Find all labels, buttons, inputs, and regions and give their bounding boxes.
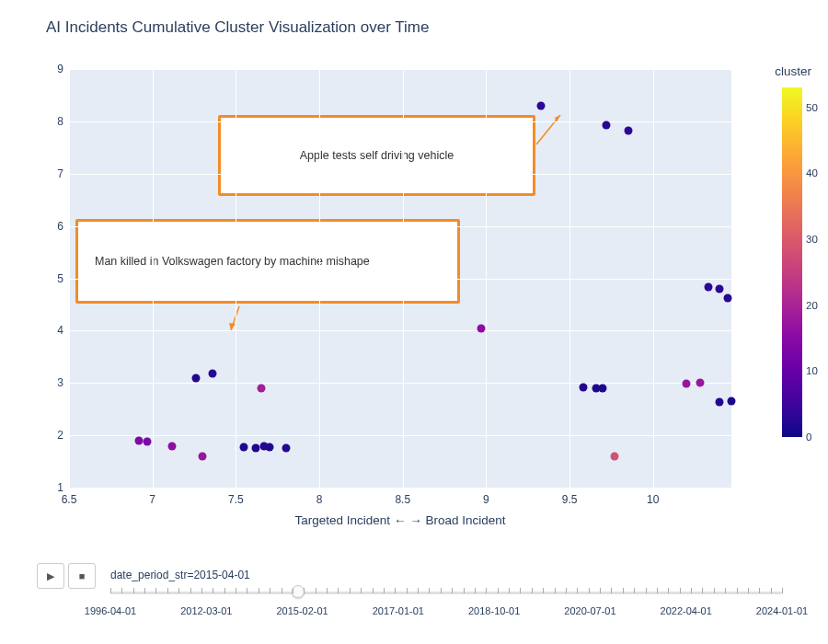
data-point[interactable] xyxy=(265,443,273,451)
slider-tick xyxy=(702,588,703,593)
slider-tick xyxy=(646,588,647,593)
animation-controls: ▶ ■ xyxy=(37,563,96,589)
slider-tick xyxy=(555,588,556,593)
time-slider[interactable]: date_period_str=2015-04-01 1996-04-01201… xyxy=(110,569,782,598)
grid-line-h xyxy=(69,226,731,227)
slider-tick xyxy=(144,588,145,593)
slider-tick xyxy=(236,588,236,593)
slider-tick xyxy=(293,588,293,593)
annotation-box-1: Apple tests self driving vehicle xyxy=(218,115,535,196)
data-point[interactable] xyxy=(602,121,610,129)
slider-tick xyxy=(543,588,544,593)
slider-tick xyxy=(338,588,339,593)
data-point[interactable] xyxy=(716,398,724,407)
slider-tick xyxy=(725,588,726,593)
y-tick: 5 xyxy=(57,272,63,285)
colorbar: 01020304050 xyxy=(782,87,802,437)
x-tick: 7.5 xyxy=(228,493,244,506)
colorbar-tick: 10 xyxy=(806,365,818,376)
slider-tick xyxy=(316,588,316,593)
slider-tick xyxy=(407,588,408,593)
play-button[interactable]: ▶ xyxy=(37,563,64,589)
x-tick: 10 xyxy=(647,493,659,506)
data-point[interactable] xyxy=(477,324,485,332)
slider-tick xyxy=(452,588,453,593)
x-tick: 8.5 xyxy=(395,493,410,506)
colorbar-tick: 0 xyxy=(806,431,811,443)
slider-date-label: 2022-04-01 xyxy=(661,605,712,616)
slider-tick xyxy=(486,588,487,593)
slider-date-label: 2018-10-01 xyxy=(468,605,520,616)
data-point[interactable] xyxy=(144,437,152,445)
grid-line-h xyxy=(69,174,731,175)
slider-date-label: 2017-01-01 xyxy=(373,605,424,616)
data-point[interactable] xyxy=(282,444,290,453)
slider-date-label: 2012-03-01 xyxy=(180,605,232,616)
data-point[interactable] xyxy=(537,101,546,109)
slider-tick xyxy=(520,588,521,593)
slider-tick xyxy=(418,588,419,593)
grid-line-h xyxy=(69,279,731,280)
data-point[interactable] xyxy=(599,384,607,392)
data-point[interactable] xyxy=(191,374,200,382)
data-point[interactable] xyxy=(257,384,265,392)
data-point[interactable] xyxy=(696,379,704,387)
colorbar-tick: 40 xyxy=(806,167,818,178)
slider-tick xyxy=(155,588,156,593)
colorbar-tick: 50 xyxy=(806,102,818,113)
slider-tick xyxy=(759,588,760,593)
slider-tick xyxy=(589,588,590,593)
slider-tick xyxy=(691,588,692,593)
plot-area[interactable]: Targeted Incident ← → Broad Incident Dig… xyxy=(69,69,731,488)
data-point[interactable] xyxy=(624,126,632,134)
data-point[interactable] xyxy=(168,442,177,450)
slider-tick xyxy=(509,588,510,593)
y-tick: 7 xyxy=(57,167,63,180)
slider-tick xyxy=(782,588,783,593)
x-tick: 9.5 xyxy=(562,493,578,506)
y-tick: 9 xyxy=(57,63,63,75)
slider-tick xyxy=(657,588,658,593)
data-point[interactable] xyxy=(611,453,619,461)
slider-tick xyxy=(566,588,567,593)
y-tick: 3 xyxy=(57,376,63,389)
data-point[interactable] xyxy=(716,284,724,293)
data-point[interactable] xyxy=(199,452,207,460)
data-point[interactable] xyxy=(208,370,216,378)
annotation-arrow-1 xyxy=(529,124,566,161)
slider-tick xyxy=(771,588,772,593)
data-point[interactable] xyxy=(724,293,732,302)
slider-tick xyxy=(361,588,362,593)
x-tick: 8 xyxy=(316,493,323,506)
y-tick: 1 xyxy=(57,481,63,494)
colorbar-gradient xyxy=(782,87,802,437)
slider-track[interactable] xyxy=(110,585,782,598)
data-point[interactable] xyxy=(240,443,248,451)
svg-marker-3 xyxy=(229,323,236,330)
slider-tick xyxy=(373,588,374,593)
slider-tick xyxy=(611,588,612,593)
slider-tick xyxy=(350,588,351,593)
slider-tick xyxy=(668,588,669,593)
slider-date-label: 2020-07-01 xyxy=(564,605,615,616)
slider-date-label: 2015-02-01 xyxy=(276,605,328,616)
annotation-text-1: Apple tests self driving vehicle xyxy=(300,149,454,162)
slider-tick xyxy=(259,588,259,593)
stop-button[interactable]: ■ xyxy=(68,563,96,589)
slider-handle[interactable] xyxy=(292,585,305,598)
colorbar-title: cluster xyxy=(775,64,811,78)
data-point[interactable] xyxy=(252,443,260,452)
grid-line-h xyxy=(69,330,731,331)
slider-tick xyxy=(441,588,442,593)
data-point[interactable] xyxy=(704,283,712,292)
slider-tick xyxy=(384,588,385,593)
data-point[interactable] xyxy=(579,383,587,391)
data-point[interactable] xyxy=(683,379,691,387)
data-point[interactable] xyxy=(728,397,736,405)
grid-line-h xyxy=(69,435,731,436)
slider-current-label: date_period_str=2015-04-01 xyxy=(110,569,782,581)
x-axis-label: Targeted Incident ← → Broad Incident xyxy=(295,513,506,527)
slider-tick xyxy=(532,588,533,593)
stop-icon: ■ xyxy=(79,570,86,581)
data-point[interactable] xyxy=(135,436,144,444)
